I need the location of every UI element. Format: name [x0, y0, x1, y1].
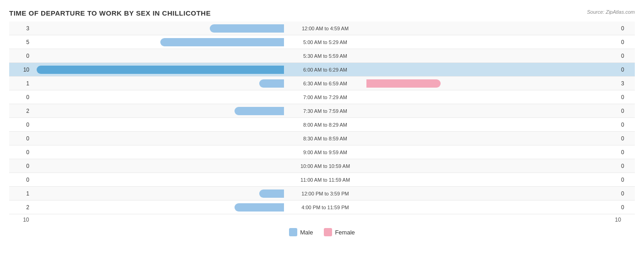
left-bar-area	[32, 148, 284, 156]
right-bar-area	[366, 162, 618, 170]
time-label: 8:00 AM to 8:29 AM	[284, 122, 366, 128]
male-value: 0	[9, 94, 32, 100]
female-value: 0	[618, 177, 641, 183]
legend-male-box	[289, 228, 297, 236]
time-label: 12:00 AM to 4:59 AM	[284, 26, 366, 31]
source-text: Source: ZipAtlas.com	[587, 9, 635, 15]
chart-title: TIME OF DEPARTURE TO WORK BY SEX IN CHIL…	[9, 9, 635, 17]
left-bar-area	[32, 38, 284, 46]
left-bar-area	[32, 176, 284, 184]
left-bar-area	[32, 66, 284, 74]
female-value: 0	[618, 94, 641, 100]
legend-male-label: Male	[300, 229, 313, 236]
time-label: 8:30 AM to 8:59 AM	[284, 136, 366, 141]
left-bar-area	[32, 121, 284, 129]
male-bar	[259, 189, 284, 198]
left-bar-area	[32, 189, 284, 198]
table-row: 1 6:30 AM to 6:59 AM 3	[9, 77, 635, 90]
left-bar-area	[32, 203, 284, 212]
legend-female-label: Female	[335, 229, 355, 236]
left-bar-area	[32, 79, 284, 88]
axis-right-value: 10	[612, 217, 635, 223]
right-bar-area	[366, 189, 618, 198]
female-value: 0	[618, 149, 641, 156]
time-label: 9:00 AM to 9:59 AM	[284, 150, 366, 155]
legend-male: Male	[289, 228, 313, 236]
female-value: 0	[618, 190, 641, 197]
right-bar-area	[366, 52, 618, 60]
table-row: 2 7:30 AM to 7:59 AM 0	[9, 104, 635, 118]
female-value: 0	[618, 39, 641, 45]
right-bar-area	[366, 203, 618, 212]
time-label: 6:00 AM to 6:29 AM	[284, 67, 366, 72]
male-value: 5	[9, 39, 32, 45]
right-bar-area	[366, 66, 618, 74]
female-value: 0	[618, 204, 641, 211]
time-label: 4:00 PM to 11:59 PM	[284, 205, 366, 210]
female-value: 0	[618, 122, 641, 128]
axis-left-value: 10	[9, 217, 32, 223]
male-bar	[235, 203, 284, 212]
female-value: 0	[618, 67, 641, 73]
male-value: 0	[9, 53, 32, 59]
male-value: 0	[9, 135, 32, 142]
table-row: 3 12:00 AM to 4:59 AM 0	[9, 22, 635, 35]
legend-female-box	[324, 228, 332, 236]
table-row: 1 12:00 PM to 3:59 PM 0	[9, 187, 635, 201]
right-bar-area	[366, 38, 618, 46]
right-bar-area	[366, 148, 618, 156]
male-value: 1	[9, 80, 32, 87]
right-bar-area	[366, 79, 618, 88]
table-row: 0 7:00 AM to 7:29 AM 0	[9, 90, 635, 104]
table-row: 0 11:00 AM to 11:59 AM 0	[9, 173, 635, 187]
time-label: 5:00 AM to 5:29 AM	[284, 39, 366, 45]
left-bar-area	[32, 93, 284, 101]
table-row: 0 10:00 AM to 10:59 AM 0	[9, 159, 635, 173]
right-bar-area	[366, 107, 618, 115]
male-value: 10	[9, 67, 32, 73]
male-value: 0	[9, 122, 32, 128]
female-value: 0	[618, 25, 641, 32]
female-bar	[366, 79, 441, 88]
male-bar	[160, 38, 284, 46]
time-label: 6:30 AM to 6:59 AM	[284, 81, 366, 86]
left-bar-area	[32, 134, 284, 143]
male-value: 0	[9, 163, 32, 169]
time-label: 10:00 AM to 10:59 AM	[284, 163, 366, 169]
time-label: 7:00 AM to 7:29 AM	[284, 95, 366, 100]
right-bar-area	[366, 121, 618, 129]
right-bar-area	[366, 176, 618, 184]
time-label: 11:00 AM to 11:59 AM	[284, 177, 366, 183]
female-value: 3	[618, 80, 641, 87]
male-value: 0	[9, 149, 32, 156]
right-bar-area	[366, 134, 618, 143]
female-value: 0	[618, 53, 641, 59]
male-bar	[210, 24, 284, 33]
axis-row: 10 10	[9, 214, 635, 225]
male-value: 3	[9, 25, 32, 32]
time-label: 5:30 AM to 5:59 AM	[284, 53, 366, 59]
male-bar	[37, 66, 284, 74]
legend: Male Female	[9, 228, 635, 236]
table-row: 0 8:30 AM to 8:59 AM 0	[9, 132, 635, 145]
right-bar-area	[366, 93, 618, 101]
male-value: 2	[9, 204, 32, 211]
male-bar	[259, 79, 284, 88]
right-bar-area	[366, 24, 618, 33]
time-label: 7:30 AM to 7:59 AM	[284, 108, 366, 114]
table-row: 0 5:30 AM to 5:59 AM 0	[9, 49, 635, 63]
left-bar-area	[32, 162, 284, 170]
left-bar-area	[32, 24, 284, 33]
chart-container: TIME OF DEPARTURE TO WORK BY SEX IN CHIL…	[9, 9, 635, 236]
table-row: 10 6:00 AM to 6:29 AM 0	[9, 63, 635, 77]
table-row: 5 5:00 AM to 5:29 AM 0	[9, 35, 635, 49]
table-row: 0 8:00 AM to 8:29 AM 0	[9, 118, 635, 132]
legend-female: Female	[324, 228, 355, 236]
table-row: 0 9:00 AM to 9:59 AM 0	[9, 145, 635, 159]
male-value: 0	[9, 177, 32, 183]
left-bar-area	[32, 52, 284, 60]
male-value: 1	[9, 190, 32, 197]
left-bar-area	[32, 107, 284, 115]
female-value: 0	[618, 135, 641, 142]
male-value: 2	[9, 108, 32, 114]
